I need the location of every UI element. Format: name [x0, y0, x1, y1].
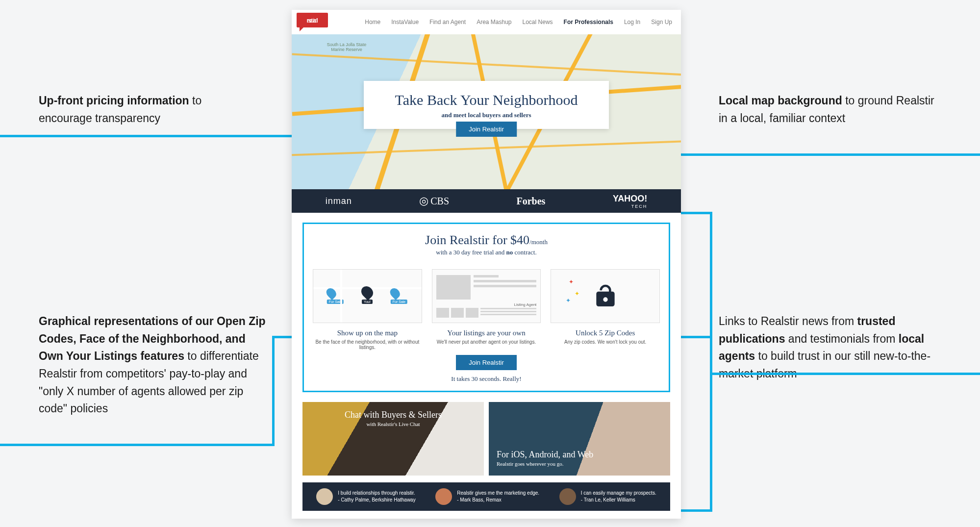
- panel-sub: with Realstir's Live Chat: [302, 421, 484, 427]
- feature-listings-thumb: Listing Agent: [432, 269, 541, 323]
- hero-card: Take Back Your Neighborhood and meet loc…: [364, 81, 609, 129]
- nav-item-log-in[interactable]: Log In: [624, 19, 640, 25]
- feature-zipcodes: ✦ ✦ ✦ Unlock 5 Zip Codes Any zip codes. …: [551, 269, 660, 350]
- testimonial: I can easily manage my prospects.- Tran …: [559, 488, 656, 505]
- press-yahoo[interactable]: YAHOO!TECH: [613, 194, 647, 209]
- nav-item-local-news[interactable]: Local News: [523, 19, 553, 25]
- avatar: [316, 488, 333, 505]
- nav-item-home[interactable]: Home: [365, 19, 380, 25]
- nav-item-for-professionals[interactable]: For Professionals: [564, 19, 613, 25]
- feature-desc: Any zip codes. We won't lock you out.: [551, 339, 660, 345]
- connector-line: [0, 135, 292, 137]
- nav-item-find-an-agent[interactable]: Find an Agent: [429, 19, 466, 25]
- annotation-map: Local map background to ground Realstir …: [719, 92, 944, 127]
- hero-title: Take Back Your Neighborhood: [374, 92, 599, 108]
- feature-title: Unlock 5 Zip Codes: [551, 329, 660, 337]
- panel-title: Chat with Buyers & Sellers: [302, 410, 484, 420]
- hero-map: South La Jolla State Marine Reserve Take…: [292, 34, 681, 189]
- feature-title: Your listings are your own: [432, 329, 541, 337]
- thirty-seconds-text: It takes 30 seconds. Really!: [311, 375, 662, 383]
- hero-subtitle: and meet local buyers and sellers: [374, 111, 599, 119]
- unlock-icon: [592, 282, 619, 310]
- nav-item-sign-up[interactable]: Sign Up: [651, 19, 672, 25]
- annotation-features: Graphical representations of our Open Zi…: [39, 313, 269, 418]
- feature-desc: We'll never put another agent on your li…: [432, 339, 541, 345]
- features-row: For Sale You! For Sale Show up on the ma…: [313, 269, 660, 350]
- connector-line: [272, 336, 275, 446]
- panel-chat[interactable]: Chat with Buyers & Sellers with Realstir…: [302, 402, 484, 476]
- press-bar: inman CBS Forbes YAHOO!TECH: [292, 189, 681, 213]
- annotation-pricing: Up-front pricing information to encourag…: [39, 92, 250, 127]
- press-forbes[interactable]: Forbes: [517, 196, 546, 207]
- logo[interactable]: realstir: [297, 14, 330, 30]
- feature-map: For Sale You! For Sale Show up on the ma…: [313, 269, 422, 350]
- pricing-subtitle: with a 30 day free trial and no contract…: [311, 249, 662, 256]
- testimonials-bar: I build relationships through realstir.-…: [302, 482, 670, 511]
- feature-map-thumb: For Sale You! For Sale: [313, 269, 422, 323]
- feature-zipcodes-thumb: ✦ ✦ ✦: [551, 269, 660, 323]
- panel-platforms[interactable]: For iOS, Android, and Web Realstir goes …: [489, 402, 670, 476]
- panel-sub: Realstir goes wherever you go.: [497, 461, 593, 467]
- testimonial: Realstir gives me the marketing edge.- M…: [435, 488, 539, 505]
- connector-line: [0, 444, 272, 446]
- connector-line: [710, 373, 980, 375]
- nav-links: HomeInstaValueFind an AgentArea MashupLo…: [365, 19, 672, 25]
- nav-item-area-mashup[interactable]: Area Mashup: [477, 19, 511, 25]
- pricing-section: Join Realstir for $40/month with a 30 da…: [302, 223, 670, 392]
- mockup-page: realstir HomeInstaValueFind an AgentArea…: [292, 10, 681, 519]
- nav-item-instavalue[interactable]: InstaValue: [391, 19, 419, 25]
- testimonial: I build relationships through realstir.-…: [316, 488, 415, 505]
- press-inman[interactable]: inman: [326, 196, 352, 206]
- feature-desc: Be the face of the neighborhood, with or…: [313, 339, 422, 350]
- avatar: [435, 488, 452, 505]
- connector-line: [669, 153, 980, 156]
- join-button[interactable]: Join Realstir: [456, 122, 517, 137]
- connector-line: [710, 212, 712, 512]
- pricing-title: Join Realstir for $40/month: [311, 233, 662, 248]
- map-label: South La Jolla State Marine Reserve: [322, 42, 371, 52]
- panels-row: Chat with Buyers & Sellers with Realstir…: [292, 402, 681, 476]
- avatar: [559, 488, 576, 505]
- feature-listings: Listing Agent Your listings are your own…: [432, 269, 541, 350]
- panel-title: For iOS, Android, and Web: [497, 450, 593, 460]
- press-cbs[interactable]: CBS: [419, 195, 449, 207]
- feature-title: Show up on the map: [313, 329, 422, 337]
- join-button-secondary[interactable]: Join Realstir: [456, 355, 517, 370]
- top-nav: realstir HomeInstaValueFind an AgentArea…: [292, 10, 681, 34]
